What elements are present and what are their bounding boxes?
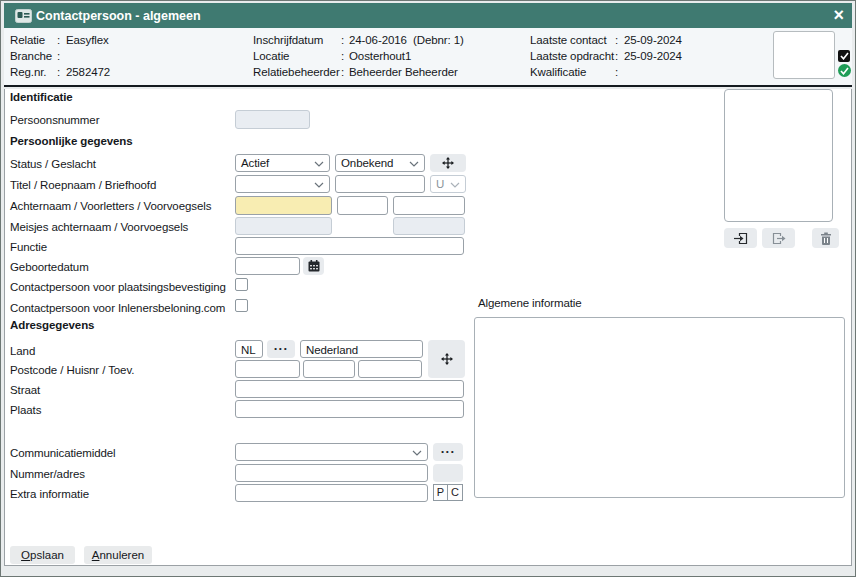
move-icon bbox=[442, 157, 454, 169]
header-value: 2582472 bbox=[66, 65, 110, 79]
calendar-button[interactable] bbox=[303, 257, 324, 275]
straat-input[interactable] bbox=[235, 380, 464, 398]
land-lookup-button[interactable]: ··· bbox=[267, 340, 295, 358]
achternaam-input[interactable] bbox=[235, 196, 332, 215]
status-ok-icon bbox=[838, 64, 851, 77]
move-address-button[interactable] bbox=[428, 340, 465, 378]
label-land: Land bbox=[10, 344, 35, 358]
persoonsnummer-input[interactable] bbox=[235, 110, 310, 129]
calendar-icon bbox=[308, 260, 320, 272]
label-extra-informatie: Extra informatie bbox=[10, 487, 89, 501]
label-contactpersoon-inlenersbeloning: Contactpersoon voor Inlenersbeloning.com bbox=[10, 301, 225, 315]
header-label: Reg.nr. bbox=[10, 65, 46, 79]
header-colon: : bbox=[615, 33, 618, 47]
close-icon[interactable]: × bbox=[833, 6, 844, 25]
voorvoegsels-input[interactable] bbox=[393, 196, 465, 215]
photo-delete-button[interactable] bbox=[812, 228, 839, 248]
label-communicatiemiddel: Communicatiemiddel bbox=[10, 446, 116, 460]
titel-select[interactable] bbox=[235, 175, 330, 193]
huisnr-input[interactable] bbox=[303, 360, 355, 378]
algemene-informatie-textarea[interactable] bbox=[474, 317, 845, 498]
header-label: Kwalificatie bbox=[530, 65, 586, 79]
communicatiemiddel-lookup-button[interactable]: ··· bbox=[433, 443, 463, 461]
nummer-adres-input[interactable] bbox=[235, 464, 428, 482]
window-title: Contactpersoon - algemeen bbox=[36, 9, 201, 23]
header-label: Relatie bbox=[10, 33, 45, 47]
label-persoonsnummer: Persoonsnummer bbox=[10, 113, 99, 127]
chevron-down-icon bbox=[409, 161, 419, 167]
header-label: Locatie bbox=[253, 49, 289, 63]
label-algemene-informatie: Algemene informatie bbox=[478, 296, 582, 310]
chevron-down-icon bbox=[314, 182, 324, 188]
functie-input[interactable] bbox=[235, 237, 464, 255]
photo-import-button[interactable] bbox=[724, 228, 757, 248]
label-contactpersoon-plaatsingsbevestiging: Contactpersoon voor plaatsingsbevestigin… bbox=[10, 280, 226, 294]
land-naam-input[interactable]: Nederland bbox=[300, 340, 423, 358]
plaatsingsbevestiging-checkbox[interactable] bbox=[235, 278, 248, 291]
communicatiemiddel-select[interactable] bbox=[235, 443, 428, 461]
land-code-input[interactable]: NL bbox=[235, 340, 263, 358]
postcode-input[interactable] bbox=[235, 360, 300, 378]
header-label: Laatste opdracht bbox=[530, 49, 614, 63]
photo-placeholder bbox=[724, 89, 833, 222]
contact-card-icon bbox=[15, 9, 32, 23]
header-label: Laatste contact bbox=[530, 33, 607, 47]
meisjes-voorvoegsels-input[interactable] bbox=[393, 217, 465, 235]
plaats-input[interactable] bbox=[235, 400, 464, 418]
trash-icon bbox=[820, 232, 832, 245]
titlebar[interactable]: Contactpersoon - algemeen × bbox=[4, 3, 852, 28]
label-achternaam-voorletters-voorvoegsels: Achternaam / Voorletters / Voorvoegsels bbox=[10, 199, 211, 213]
header-colon: : bbox=[341, 33, 344, 47]
label-plaats: Plaats bbox=[10, 403, 41, 417]
geslacht-select[interactable]: Onbekend bbox=[335, 154, 425, 172]
extra-informatie-input[interactable] bbox=[235, 484, 428, 502]
move-field-button[interactable] bbox=[430, 154, 466, 172]
header-colon: : bbox=[615, 49, 618, 63]
geboortedatum-input[interactable] bbox=[235, 257, 300, 275]
section-persoonlijke-gegevens: Persoonlijke gegevens bbox=[10, 134, 133, 148]
nummer-adres-action-button[interactable] bbox=[433, 464, 463, 482]
header-colon: : bbox=[341, 49, 344, 63]
header-colon: : bbox=[341, 65, 344, 79]
import-icon bbox=[734, 232, 748, 245]
photo-export-button[interactable] bbox=[762, 228, 795, 248]
check-icon bbox=[840, 67, 849, 75]
header-label: Relatiebeheerder bbox=[253, 65, 340, 79]
header-value: 24-06-2016 (Debnr: 1) bbox=[349, 33, 464, 47]
header-checkbox[interactable] bbox=[838, 50, 850, 62]
header-value: 25-09-2024 bbox=[624, 49, 682, 63]
inlenersbeloning-checkbox[interactable] bbox=[235, 299, 248, 312]
header-colon: : bbox=[615, 65, 618, 79]
label-geboortedatum: Geboortedatum bbox=[10, 260, 89, 274]
meisjes-achternaam-input[interactable] bbox=[235, 217, 332, 235]
qualification-box bbox=[773, 31, 835, 79]
label-straat: Straat bbox=[10, 383, 40, 397]
c-button[interactable]: C bbox=[447, 484, 463, 501]
header-value: Oosterhout1 bbox=[349, 49, 411, 63]
header-colon: : bbox=[57, 65, 60, 79]
label-postcode-huisnr-toev: Postcode / Huisnr / Toev. bbox=[10, 363, 134, 377]
chevron-down-icon bbox=[412, 450, 422, 456]
chevron-down-icon bbox=[314, 161, 324, 167]
header-value: 25-09-2024 bbox=[624, 33, 682, 47]
label-nummer-adres: Nummer/adres bbox=[10, 467, 85, 481]
label-functie: Functie bbox=[10, 240, 47, 254]
section-adresgegevens: Adresgegevens bbox=[10, 318, 94, 332]
label-titel-roepnaam-briefhoofd: Titel / Roepnaam / Briefhoofd bbox=[10, 178, 156, 192]
briefhoofd-select[interactable]: U bbox=[430, 175, 466, 193]
header-label: Inschrijfdatum bbox=[253, 33, 323, 47]
label-meisjes-achternaam: Meisjes achternaam / Voorvoegsels bbox=[10, 220, 188, 234]
roepnaam-input[interactable] bbox=[335, 175, 425, 193]
voorletters-input[interactable] bbox=[337, 196, 388, 215]
p-button[interactable]: P bbox=[433, 484, 448, 501]
status-select[interactable]: Actief bbox=[235, 154, 330, 172]
toevoeging-input[interactable] bbox=[358, 360, 422, 378]
cancel-button[interactable]: Annuleren bbox=[84, 546, 152, 564]
header-value: Beheerder Beheerder bbox=[349, 65, 458, 79]
label-status-geslacht: Status / Geslacht bbox=[10, 157, 96, 171]
header-value: Easyflex bbox=[66, 33, 109, 47]
header-colon: : bbox=[57, 49, 60, 63]
export-icon bbox=[772, 232, 786, 245]
chevron-down-icon bbox=[450, 182, 460, 188]
save-button[interactable]: Opslaan bbox=[10, 546, 75, 564]
